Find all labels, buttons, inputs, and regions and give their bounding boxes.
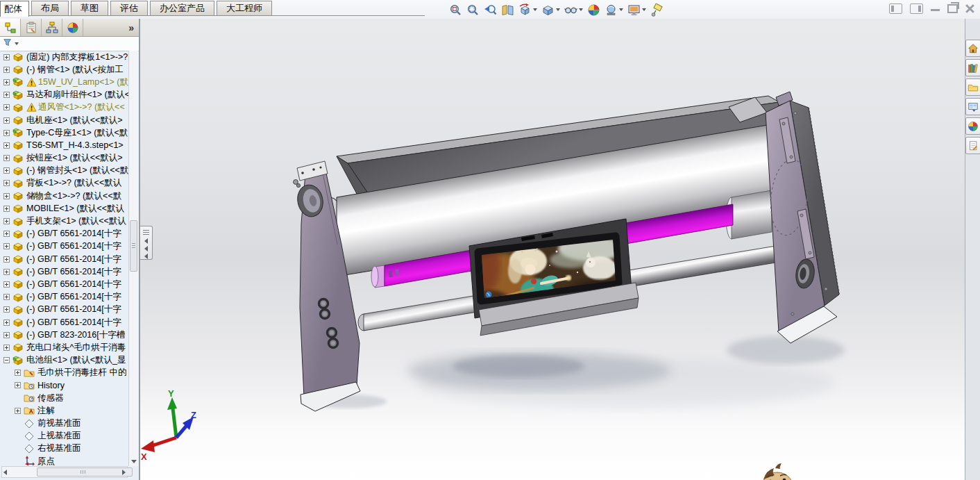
previous-view-button[interactable] bbox=[482, 1, 498, 18]
expand-plus-icon[interactable] bbox=[15, 408, 21, 414]
tree-item[interactable]: 通风管<1>->? (默认<< bbox=[0, 101, 129, 114]
collapse-arrow-icon[interactable] bbox=[144, 238, 148, 244]
expand-plus-icon[interactable] bbox=[15, 370, 21, 376]
dropdown-caret-icon[interactable] bbox=[619, 8, 623, 11]
minimize-icon[interactable] bbox=[931, 6, 940, 11]
collapse-arrow-icon[interactable] bbox=[144, 246, 148, 251]
command-tab[interactable]: 布局 bbox=[31, 1, 69, 15]
model-back-panel[interactable] bbox=[766, 92, 839, 343]
expand-plus-icon[interactable] bbox=[3, 117, 10, 124]
panel-splitter-handle[interactable] bbox=[140, 226, 153, 260]
tree-item[interactable]: TS6-SMT_H-4.3.step<1> bbox=[0, 139, 129, 151]
expand-plus-icon[interactable] bbox=[3, 130, 10, 136]
command-tab[interactable]: 大工程师 bbox=[217, 1, 272, 15]
tree-item[interactable]: 右视基准面 bbox=[0, 442, 129, 455]
dropdown-caret-icon[interactable] bbox=[556, 8, 560, 11]
expand-plus-icon[interactable] bbox=[3, 167, 10, 174]
tree-item[interactable]: Type-C母座1<1> (默认<默 bbox=[0, 126, 129, 139]
custom-properties-button[interactable] bbox=[965, 137, 980, 154]
propertymanager-tab[interactable] bbox=[21, 19, 42, 36]
expand-plus-icon[interactable] bbox=[3, 218, 10, 224]
expand-plus-icon[interactable] bbox=[3, 206, 10, 212]
expand-plus-icon[interactable] bbox=[3, 142, 10, 149]
expand-plus-icon[interactable] bbox=[3, 92, 10, 98]
tree-item[interactable]: 毛巾烘干消毒挂杆 中的 bbox=[0, 367, 129, 379]
expand-plus-icon[interactable] bbox=[3, 104, 10, 110]
expand-plus-icon[interactable] bbox=[3, 79, 10, 85]
view-palette-button[interactable] bbox=[965, 98, 980, 115]
tree-horizontal-scrollbar[interactable] bbox=[1, 466, 128, 478]
dropdown-caret-icon[interactable] bbox=[533, 8, 537, 11]
tree-item[interactable]: 手机支架<1> (默认<<默认 bbox=[0, 215, 129, 227]
toggle-left-pane-icon[interactable] bbox=[889, 3, 902, 14]
expand-plus-icon[interactable] bbox=[3, 155, 10, 161]
tree-item[interactable]: 电机座<1> (默认<<默认> bbox=[0, 114, 129, 126]
tree-filter-bar[interactable] bbox=[0, 37, 139, 51]
expand-plus-icon[interactable] bbox=[3, 256, 10, 263]
tree-item[interactable]: 上视基准面 bbox=[0, 430, 129, 442]
scroll-left-arrow[interactable] bbox=[3, 470, 7, 475]
expand-plus-icon[interactable] bbox=[3, 180, 10, 186]
toggle-right-pane-icon[interactable] bbox=[910, 3, 923, 14]
solidworks-resources-button[interactable] bbox=[965, 40, 980, 57]
expand-plus-icon[interactable] bbox=[3, 306, 10, 313]
tree-item[interactable]: 储物盒<1>->? (默认<<默 bbox=[0, 190, 129, 202]
tree-item[interactable]: (-) 钢管封头<1> (默认<<默 bbox=[0, 165, 129, 177]
display-style-button[interactable] bbox=[540, 1, 561, 18]
expand-plus-icon[interactable] bbox=[3, 67, 10, 73]
collapse-arrow-icon[interactable] bbox=[144, 254, 148, 259]
scroll-right-arrow[interactable] bbox=[122, 470, 126, 475]
zoom-to-area-button[interactable] bbox=[465, 1, 481, 18]
tree-item[interactable]: 背板<1>->? (默认<<默认 bbox=[0, 177, 129, 190]
expand-plus-icon[interactable] bbox=[3, 345, 10, 351]
expand-plus-icon[interactable] bbox=[3, 320, 10, 326]
tree-item[interactable]: 按钮座<1> (默认<<默认> bbox=[0, 152, 129, 165]
vertical-scroll-thumb[interactable] bbox=[130, 220, 137, 272]
tree-item[interactable]: (-) GB/T 6561-2014[十字 bbox=[0, 253, 129, 265]
tree-item[interactable]: (-) GB/T 6561-2014[十字 bbox=[0, 278, 129, 290]
tree-item[interactable]: 15W_UV_Lamp<1> (默 bbox=[0, 76, 129, 88]
tree-item[interactable]: 马达和扇叶组件<1> (默认< bbox=[0, 89, 129, 101]
expand-plus-icon[interactable] bbox=[3, 281, 10, 288]
close-icon[interactable] bbox=[965, 4, 974, 13]
tree-item[interactable]: (-) GB/T 823-2016[十字槽 bbox=[0, 329, 129, 341]
command-tab[interactable]: 评估 bbox=[110, 1, 148, 15]
command-tab[interactable]: 草图 bbox=[71, 1, 108, 15]
collapse-minus-icon[interactable] bbox=[3, 357, 10, 363]
zoom-to-fit-button[interactable] bbox=[448, 1, 464, 18]
tree-item[interactable]: (-) GB/T 6561-2014[十字 bbox=[0, 316, 129, 329]
expand-plus-icon[interactable] bbox=[3, 193, 10, 199]
command-tab[interactable]: 配体 bbox=[0, 1, 29, 17]
expand-plus-icon[interactable] bbox=[3, 54, 10, 60]
tree-item[interactable]: 传感器 bbox=[0, 392, 129, 404]
featuremanager-tab[interactable] bbox=[0, 19, 21, 36]
tree-item[interactable]: 电池组<1> (默认<默认_显 bbox=[0, 354, 129, 367]
tree-item[interactable]: (-) GB/T 6561-2014[十字 bbox=[0, 228, 129, 240]
tree-item[interactable]: (-) 钢管<1> (默认<按加工 bbox=[0, 63, 129, 76]
expand-plus-icon[interactable] bbox=[3, 243, 10, 249]
edit-appearance-button[interactable] bbox=[586, 1, 602, 18]
tree-item[interactable]: MOBILE<1> (默认<<默认 bbox=[0, 202, 129, 215]
appearances-scenes-button[interactable] bbox=[965, 117, 980, 135]
tree-item[interactable]: 注解 bbox=[0, 404, 129, 417]
tree-item[interactable]: (-) GB/T 6561-2014[十字 bbox=[0, 240, 129, 253]
horizontal-scroll-thumb[interactable] bbox=[37, 467, 133, 477]
apply-scene-button[interactable] bbox=[603, 1, 625, 18]
section-view-button[interactable] bbox=[500, 1, 516, 18]
filter-funnel-icon[interactable] bbox=[3, 38, 12, 50]
view-orientation-button[interactable] bbox=[517, 1, 539, 18]
tree-item[interactable]: 前视基准面 bbox=[0, 417, 129, 429]
tree-item[interactable]: (-) GB/T 6561-2014[十字 bbox=[0, 265, 129, 278]
dropdown-caret-icon[interactable] bbox=[642, 8, 646, 11]
tree-item[interactable]: 原点 bbox=[0, 455, 129, 466]
graphics-viewport[interactable]: Y X Z bbox=[140, 19, 965, 480]
view-tag-button[interactable] bbox=[649, 1, 665, 18]
design-library-button[interactable] bbox=[965, 59, 980, 76]
filter-dropdown-caret-icon[interactable] bbox=[15, 42, 19, 45]
expand-plus-icon[interactable] bbox=[3, 332, 10, 338]
view-settings-button[interactable] bbox=[626, 1, 648, 18]
file-explorer-button[interactable] bbox=[965, 78, 980, 96]
expand-plus-icon[interactable] bbox=[3, 269, 10, 275]
tree-item[interactable]: History bbox=[0, 379, 129, 392]
tree-item[interactable]: (固定) 内部支撑板1<1>->? bbox=[0, 51, 129, 63]
